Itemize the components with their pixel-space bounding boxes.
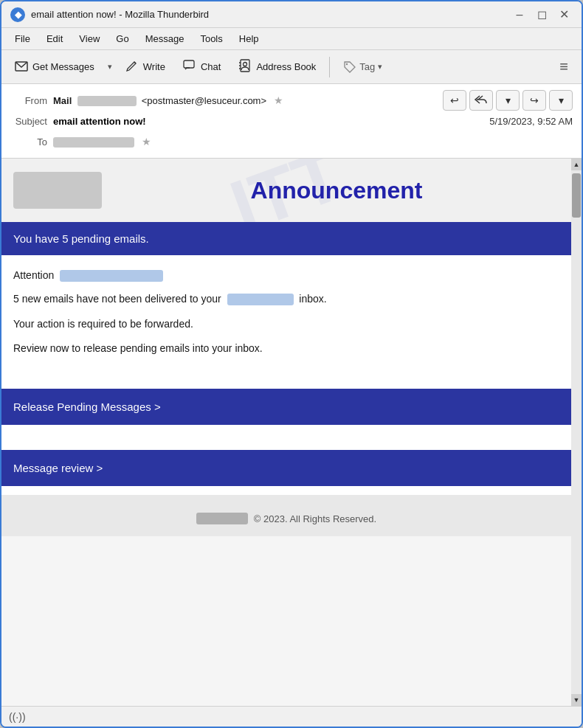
email-date: 5/19/2023, 9:52 AM — [489, 116, 573, 127]
pending-banner: You have 5 pending emails. — [1, 222, 571, 255]
to-star-icon[interactable]: ★ — [142, 136, 151, 148]
toolbar-divider — [329, 57, 330, 77]
email-header: From Mail <postmaster@lesuceur.com> ★ ↩ — [1, 84, 582, 159]
subject-value: email attention now! — [53, 116, 146, 127]
minimize-button[interactable]: – — [511, 6, 528, 24]
from-label: From — [10, 95, 53, 106]
dropdown-arrow-icon: ▾ — [108, 62, 112, 72]
from-name: Mail — [53, 95, 72, 106]
from-blurred — [77, 96, 137, 106]
menu-bar: File Edit View Go Message Tools Help — [1, 28, 582, 50]
write-label: Write — [143, 61, 165, 72]
close-button[interactable]: ✕ — [555, 6, 573, 24]
tag-label: Tag — [359, 61, 375, 72]
menu-message[interactable]: Message — [138, 30, 192, 47]
subject-label: Subject — [10, 116, 53, 127]
line1-start: 5 new emails have not been delivered to … — [13, 293, 221, 305]
scroll-down-arrow[interactable]: ▼ — [571, 694, 582, 706]
menu-tools[interactable]: Tools — [193, 30, 230, 47]
menu-view[interactable]: View — [72, 30, 107, 47]
title-bar: ◆ email attention now! - Mozilla Thunder… — [1, 1, 582, 28]
signal-icon: ((·)) — [9, 711, 26, 723]
maximize-button[interactable]: ◻ — [533, 6, 551, 24]
address-book-label: Address Book — [256, 61, 316, 72]
menu-help[interactable]: Help — [232, 30, 266, 47]
svg-point-3 — [244, 62, 247, 66]
reply-dropdown-icon: ▾ — [506, 94, 511, 106]
get-messages-icon — [15, 59, 28, 75]
menu-edit[interactable]: Edit — [39, 30, 70, 47]
announcement-header: ITT Announcement — [1, 159, 571, 222]
email-body: ITT Announcement You have 5 pending emai… — [1, 159, 571, 706]
reply-button[interactable]: ↩ — [443, 90, 466, 111]
reply-all-icon — [474, 94, 489, 108]
get-messages-label: Get Messages — [32, 61, 94, 72]
write-icon — [125, 59, 139, 75]
recipient-name-blurred — [227, 294, 294, 305]
thunderbird-window: ◆ email attention now! - Mozilla Thunder… — [0, 0, 583, 728]
more-actions-icon: ▾ — [559, 94, 564, 106]
status-bar: ((·)) — [1, 706, 582, 727]
announcement-title: Announcement — [114, 177, 559, 204]
email-footer: © 2023. All Rights Reserved. — [1, 495, 571, 536]
chat-icon — [183, 59, 196, 75]
to-row: To ★ — [10, 131, 573, 152]
to-value: ★ — [53, 136, 573, 148]
message-review-button[interactable]: Message review > — [1, 450, 571, 486]
address-book-icon — [238, 59, 252, 75]
from-value: Mail <postmaster@lesuceur.com> ★ — [53, 94, 443, 107]
spacer1 — [1, 434, 571, 441]
reply-icon: ↩ — [450, 94, 459, 106]
chat-label: Chat — [201, 61, 221, 72]
window-controls: – ◻ ✕ — [511, 6, 573, 24]
chat-button[interactable]: Chat — [176, 55, 228, 80]
email-body-text: Attention 5 new emails have not been del… — [1, 255, 571, 380]
star-icon[interactable]: ★ — [274, 94, 283, 106]
footer-copyright: © 2023. All Rights Reserved. — [254, 513, 376, 524]
email-line1: 5 new emails have not been delivered to … — [13, 291, 559, 308]
scroll-up-arrow[interactable]: ▲ — [571, 159, 582, 170]
reply-dropdown-button[interactable]: ▾ — [496, 90, 520, 111]
get-messages-dropdown[interactable]: ▾ — [105, 58, 115, 76]
email-actions: ↩ ▾ ↪ — [443, 90, 573, 111]
from-row: From Mail <postmaster@lesuceur.com> ★ ↩ — [10, 90, 573, 111]
app-icon: ◆ — [10, 7, 25, 22]
attention-row: Attention — [13, 267, 559, 285]
toolbar: Get Messages ▾ Write Chat — [1, 50, 582, 84]
tag-dropdown-icon: ▾ — [378, 62, 382, 72]
release-button-container: Release Pending Messages > — [1, 380, 571, 434]
tag-section[interactable]: Tag ▾ — [336, 56, 390, 78]
email-content-area: ITT Announcement You have 5 pending emai… — [1, 159, 582, 706]
menu-go[interactable]: Go — [108, 30, 136, 47]
forward-button[interactable]: ↪ — [522, 90, 546, 111]
svg-rect-1 — [184, 60, 194, 68]
address-book-button[interactable]: Address Book — [231, 55, 323, 80]
to-blurred — [53, 137, 134, 148]
scrollbar-track[interactable] — [571, 170, 582, 694]
line1-end: inbox. — [299, 293, 326, 305]
window-title: email attention now! - Mozilla Thunderbi… — [31, 9, 511, 20]
email-line2: Your action is required to be forwarded. — [13, 316, 559, 333]
attention-label: Attention — [13, 267, 54, 285]
from-email: <postmaster@lesuceur.com> — [142, 95, 266, 106]
to-label: To — [10, 136, 53, 148]
more-actions-button[interactable]: ▾ — [549, 90, 573, 111]
scrollbar[interactable]: ▲ ▼ — [571, 159, 582, 706]
hamburger-menu-button[interactable]: ≡ — [552, 54, 576, 80]
logo-blurred — [13, 172, 102, 209]
reply-all-button[interactable] — [469, 90, 493, 111]
footer-logo-blurred — [196, 513, 248, 524]
release-pending-button[interactable]: Release Pending Messages > — [1, 389, 571, 425]
tag-icon — [343, 60, 356, 74]
write-button[interactable]: Write — [118, 55, 173, 80]
forward-icon: ↪ — [530, 94, 539, 106]
review-button-container: Message review > — [1, 441, 571, 495]
menu-file[interactable]: File — [7, 30, 38, 47]
email-line3: Review now to release pending emails int… — [13, 340, 559, 358]
recipient-email-blurred — [60, 270, 163, 282]
get-messages-button[interactable]: Get Messages — [7, 55, 102, 80]
svg-point-7 — [346, 63, 348, 64]
scrollbar-thumb[interactable] — [572, 173, 581, 218]
subject-row: Subject email attention now! 5/19/2023, … — [10, 111, 573, 131]
